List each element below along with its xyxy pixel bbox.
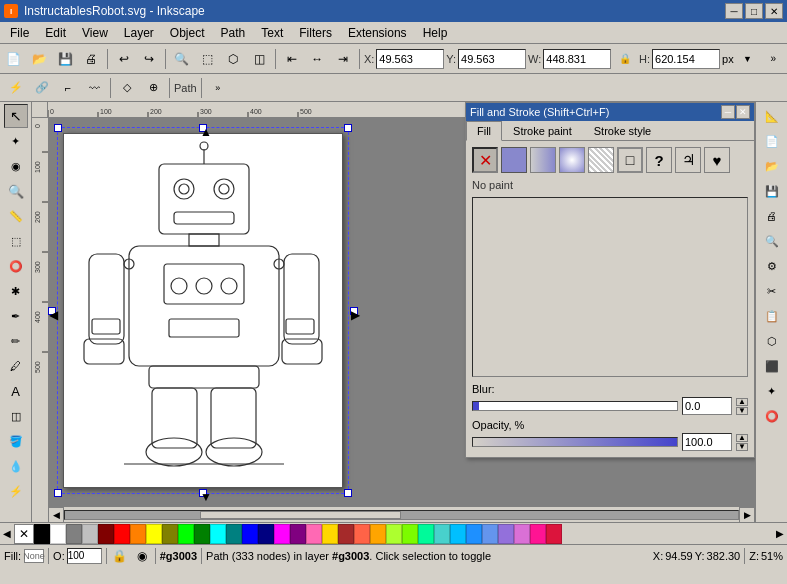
opacity-up-button[interactable]: ▲ — [736, 434, 748, 442]
color-swatch[interactable] — [370, 524, 386, 544]
color-swatch[interactable] — [34, 524, 50, 544]
align-left-button[interactable]: ⇤ — [280, 47, 304, 71]
fill-none-button[interactable]: ✕ — [472, 147, 498, 173]
palette-none-swatch[interactable]: ✕ — [14, 524, 34, 544]
color-swatch[interactable] — [162, 524, 178, 544]
handle-mr[interactable]: ▶ — [350, 307, 358, 315]
open-button[interactable]: 📂 — [28, 47, 52, 71]
maximize-button[interactable]: □ — [745, 3, 763, 19]
fill-pattern-button[interactable] — [588, 147, 614, 173]
color-swatch[interactable] — [338, 524, 354, 544]
menu-extensions[interactable]: Extensions — [340, 22, 415, 43]
undo-button[interactable]: ↩ — [112, 47, 136, 71]
star-tool[interactable]: ✱ — [4, 279, 28, 303]
calligraphy-tool[interactable]: 🖊 — [4, 354, 28, 378]
color-swatch[interactable] — [146, 524, 162, 544]
tab-fill[interactable]: Fill — [466, 121, 502, 141]
color-swatch[interactable] — [306, 524, 322, 544]
handle-tm[interactable]: ▲ — [199, 124, 207, 132]
color-swatch[interactable] — [354, 524, 370, 544]
fill-radial-button[interactable] — [559, 147, 585, 173]
color-swatch[interactable] — [450, 524, 466, 544]
menu-layer[interactable]: Layer — [116, 22, 162, 43]
select-tool[interactable]: ↖ — [4, 104, 28, 128]
corner-button[interactable]: ⌐ — [56, 76, 80, 100]
tweak-tool[interactable]: ◉ — [4, 154, 28, 178]
blur-up-button[interactable]: ▲ — [736, 398, 748, 406]
view-right[interactable]: 🔍 — [760, 229, 784, 253]
menu-edit[interactable]: Edit — [37, 22, 74, 43]
opacity-input[interactable] — [682, 433, 732, 451]
opacity-status-input[interactable] — [67, 548, 102, 564]
tab-stroke-paint[interactable]: Stroke paint — [502, 121, 583, 140]
color-swatch[interactable] — [178, 524, 194, 544]
color-swatch[interactable] — [114, 524, 130, 544]
color-swatch[interactable] — [466, 524, 482, 544]
fill-remove-button[interactable]: ♥ — [704, 147, 730, 173]
color-swatch[interactable] — [130, 524, 146, 544]
close-button[interactable]: ✕ — [765, 3, 783, 19]
color-swatch[interactable] — [98, 524, 114, 544]
redo-button[interactable]: ↪ — [137, 47, 161, 71]
eyedropper-tool[interactable]: 💧 — [4, 454, 28, 478]
zoom-tool[interactable]: 🔍 — [4, 179, 28, 203]
menu-object[interactable]: Object — [162, 22, 213, 43]
canvas-area[interactable]: 0 100 200 300 400 500 0 100 200 — [32, 102, 755, 522]
path-tool[interactable]: ✒ — [4, 304, 28, 328]
color-swatch[interactable] — [482, 524, 498, 544]
dialog-close-button[interactable]: ✕ — [736, 105, 750, 119]
x-input[interactable] — [376, 49, 444, 69]
opacity-spinners[interactable]: ▲ ▼ — [736, 434, 748, 451]
opacity-bar[interactable] — [472, 437, 678, 447]
smooth-button[interactable]: 〰 — [82, 76, 106, 100]
color-swatch[interactable] — [242, 524, 258, 544]
cut-right[interactable]: ✂ — [760, 279, 784, 303]
lock-aspect-button[interactable]: 🔒 — [613, 47, 637, 71]
save-button[interactable]: 💾 — [53, 47, 77, 71]
color-swatch[interactable] — [226, 524, 242, 544]
xm-right[interactable]: ⭕ — [760, 404, 784, 428]
opacity-down-button[interactable]: ▼ — [736, 443, 748, 451]
menu-file[interactable]: File — [2, 22, 37, 43]
new-button[interactable]: 📄 — [2, 47, 26, 71]
save-right[interactable]: 💾 — [760, 179, 784, 203]
color-swatch[interactable] — [66, 524, 82, 544]
fill-tool[interactable]: 🪣 — [4, 429, 28, 453]
new-doc-right[interactable]: 📄 — [760, 129, 784, 153]
handle-bl[interactable] — [54, 489, 62, 497]
color-swatch[interactable] — [498, 524, 514, 544]
h-scrollbar[interactable]: ◀ ▶ — [48, 506, 755, 522]
select-all-button[interactable]: ⬚ — [196, 47, 220, 71]
color-swatch[interactable] — [50, 524, 66, 544]
handle-bm[interactable]: ▼ — [199, 489, 207, 497]
align-center-button[interactable]: ↔ — [306, 47, 330, 71]
color-swatch[interactable] — [434, 524, 450, 544]
color-swatch[interactable] — [514, 524, 530, 544]
lock-icon[interactable]: 🔒 — [111, 547, 129, 565]
y-input[interactable] — [458, 49, 526, 69]
fill-unset-button[interactable]: ♃ — [675, 147, 701, 173]
color-swatch[interactable] — [82, 524, 98, 544]
connector-tool[interactable]: ⚡ — [4, 479, 28, 503]
blur-bar[interactable] — [472, 401, 678, 411]
menu-filters[interactable]: Filters — [291, 22, 340, 43]
window-controls[interactable]: ─ □ ✕ — [725, 3, 783, 19]
print-button[interactable]: 🖨 — [79, 47, 103, 71]
handle-ml[interactable]: ◀ — [48, 307, 56, 315]
color-swatch[interactable] — [386, 524, 402, 544]
scroll-thumb-h[interactable] — [200, 511, 402, 519]
blur-spinners[interactable]: ▲ ▼ — [736, 398, 748, 415]
color-swatch[interactable] — [258, 524, 274, 544]
menu-help[interactable]: Help — [415, 22, 456, 43]
break-path-button[interactable]: ⚡ — [4, 76, 28, 100]
text-tool[interactable]: A — [4, 379, 28, 403]
unit-dropdown[interactable]: ▼ — [736, 47, 760, 71]
snap-button[interactable]: ⊕ — [141, 76, 165, 100]
h-input[interactable] — [652, 49, 720, 69]
join-path-button[interactable]: 🔗 — [30, 76, 54, 100]
minimize-button[interactable]: ─ — [725, 3, 743, 19]
dup-right[interactable]: ⬡ — [760, 329, 784, 353]
group-button[interactable]: ⬡ — [221, 47, 245, 71]
fill-unknown-button[interactable]: ? — [646, 147, 672, 173]
open-right[interactable]: 📂 — [760, 154, 784, 178]
